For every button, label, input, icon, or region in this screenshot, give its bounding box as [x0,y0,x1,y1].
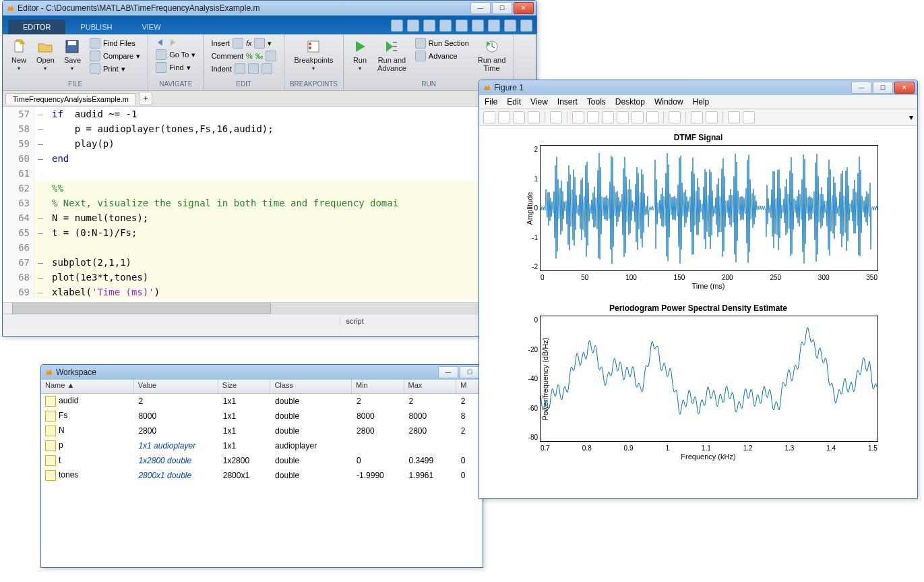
horizontal-scrollbar[interactable] [3,302,536,314]
fx-icon[interactable]: fx [246,39,252,47]
zoom-in-icon[interactable] [572,111,584,123]
advance-icon [415,51,426,61]
workspace-col-header[interactable]: Value [134,380,218,393]
save-button[interactable]: Save▾ [61,37,84,73]
print-button[interactable]: Print ▾ [88,63,142,75]
minimize-button[interactable]: — [851,82,871,94]
colorbar-icon[interactable] [691,111,703,123]
open-icon[interactable] [498,111,510,123]
insert-icon[interactable] [254,38,265,49]
indent-icon[interactable] [235,63,245,74]
tab-view[interactable]: VIEW [127,20,175,34]
zoom-out-icon[interactable] [587,111,599,123]
new-figure-icon[interactable] [483,111,495,123]
workspace-header[interactable]: Name ▲ValueSizeClassMinMaxM [41,380,483,394]
close-button[interactable]: ✕ [514,2,534,14]
new-button[interactable]: New▾ [8,37,30,73]
menu-help[interactable]: Help [693,97,710,107]
comment-icon[interactable]: % [246,52,253,60]
run-button[interactable]: Run▾ [349,37,371,73]
outdent-icon[interactable] [248,63,259,74]
workspace-col-header[interactable]: Min [352,380,404,393]
close-button[interactable]: ✕ [894,82,915,94]
link-icon[interactable] [669,111,681,123]
run-section-button[interactable]: Run Section [413,37,471,49]
workspace-titlebar[interactable]: Workspace — ☐ [41,365,483,380]
breakpoints-button[interactable]: Breakpoints▾ [291,37,336,73]
table-row[interactable]: Fs80001x1double800080008 [41,409,483,424]
qat-icon[interactable] [456,20,468,32]
menu-file[interactable]: File [485,97,497,107]
tab-publish[interactable]: PUBLISH [65,20,127,34]
menu-edit[interactable]: Edit [507,97,521,107]
findfiles-button[interactable]: Find Files [88,37,142,49]
code-editor[interactable]: 57—if audid ~= -158— p = audioplayer(ton… [3,107,536,302]
datacursor-icon[interactable] [632,111,644,123]
workspace-col-header[interactable]: Class [270,380,352,393]
legend-icon[interactable] [706,111,718,123]
qat-icon[interactable] [472,20,484,32]
workspace-body[interactable]: audid21x1double222Fs80001x1double8000800… [41,394,483,566]
section-icon[interactable] [233,38,243,49]
qat-icon[interactable] [407,20,419,32]
figure-menubar: FileEditViewInsertToolsDesktopWindowHelp [479,95,917,109]
minimize-button[interactable]: — [470,2,491,14]
matlab-icon [5,3,15,13]
qat-icon[interactable] [488,20,500,32]
plot2-axes[interactable]: Power/frequency (dB/Hz) 0-20-40-60-80 0.… [540,316,878,442]
brush-icon[interactable] [646,111,658,123]
document-tab[interactable]: TimeFrequencyAnalysisExample.m [5,93,136,105]
menu-desktop[interactable]: Desktop [615,97,645,107]
qat-help-icon[interactable] [504,20,516,32]
pan-icon[interactable] [602,111,614,123]
maximize-button[interactable]: ☐ [873,82,893,94]
pointer-icon[interactable] [550,111,562,123]
print-icon[interactable] [528,111,540,123]
open-button[interactable]: Open▾ [34,37,57,73]
menu-expand-icon[interactable]: ▾ [909,113,913,122]
qat-dropdown-icon[interactable] [520,20,532,32]
rotate-icon[interactable] [617,111,629,123]
maximize-button[interactable]: ☐ [460,366,480,378]
quick-access-toolbar [387,17,536,34]
uncomment-icon[interactable]: ‰ [255,52,263,60]
group-file: New▾ Open▾ Save▾ Find Files Compare ▾ Pr… [3,34,148,90]
nav-back-button[interactable] [154,37,197,48]
plot1-axes[interactable]: Amplitude 210-1-2 050100150200250300350 [540,145,878,271]
compare-button[interactable]: Compare ▾ [88,50,142,62]
qat-icon[interactable] [423,20,435,32]
goto-button[interactable]: Go To ▾ [154,49,197,61]
advance-button[interactable]: Advance [413,50,471,62]
comment-row: Comment % ‰ [209,50,278,62]
wrap-icon[interactable] [266,51,276,61]
find-button[interactable]: Find ▾ [154,61,197,74]
qat-icon[interactable] [439,20,452,32]
workspace-col-header[interactable]: Size [218,380,271,393]
menu-tools[interactable]: Tools [587,97,606,107]
run-time-button[interactable]: Run and Time [475,37,509,74]
table-row[interactable]: tones2800x1 double2800x1double-1.99901.9… [41,468,483,483]
minimize-button[interactable]: — [438,366,458,378]
menu-view[interactable]: View [530,97,548,107]
new-tab-button[interactable]: + [139,92,152,105]
tab-editor[interactable]: EDITOR [8,20,65,34]
maximize-button[interactable]: ☐ [492,2,512,14]
workspace-col-header[interactable]: Max [404,380,457,393]
menu-insert[interactable]: Insert [557,97,578,107]
table-row[interactable]: N28001x1double280028002 [41,424,483,438]
menu-window[interactable]: Window [654,97,683,107]
layout-icon[interactable] [743,111,755,123]
table-row[interactable]: audid21x1double222 [41,394,483,409]
table-row[interactable]: t1x2800 double1x2800double00.34990 [41,453,483,468]
run-advance-button[interactable]: Run and Advance [375,37,409,74]
compare-icon [90,51,100,61]
smart-indent-icon[interactable] [261,63,272,74]
workspace-col-header[interactable]: Name ▲ [41,380,134,393]
save-icon[interactable] [513,111,525,123]
qat-icon[interactable] [391,20,403,32]
dock-icon[interactable] [728,111,740,123]
editor-titlebar[interactable]: Editor - C:\Documents\MATLAB\TimeFrequen… [3,1,536,16]
table-row[interactable]: p1x1 audioplayer1x1audioplayer [41,438,483,453]
group-label: NAVIGATE [159,79,192,89]
figure-titlebar[interactable]: Figure 1 — ☐ ✕ [479,80,917,95]
